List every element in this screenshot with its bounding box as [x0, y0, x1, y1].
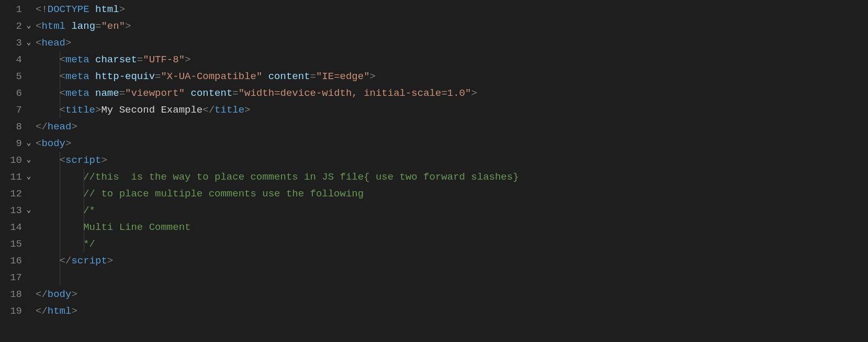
- code-token: head: [41, 37, 65, 49]
- fold-toggle[interactable]: ⌄: [22, 202, 36, 219]
- code-token: lang: [71, 20, 95, 32]
- code-token: [89, 54, 95, 65]
- code-token: </: [60, 255, 72, 267]
- line-number: 2: [0, 18, 22, 35]
- chevron-down-icon[interactable]: ⌄: [26, 202, 31, 219]
- code-token: =: [155, 71, 161, 82]
- line-number: 8: [0, 118, 22, 135]
- code-token: [65, 20, 71, 32]
- fold-toggle[interactable]: ⌄: [22, 35, 36, 51]
- code-token: html: [41, 20, 65, 32]
- code-line[interactable]: </html>: [36, 303, 868, 319]
- code-line[interactable]: </script>: [36, 252, 868, 269]
- code-line[interactable]: <script>: [36, 152, 868, 169]
- fold-toggle: [22, 102, 36, 118]
- code-line[interactable]: <html lang="en">: [36, 18, 868, 35]
- code-line[interactable]: <meta name="viewport" content="width=dev…: [36, 85, 868, 102]
- code-token: =: [95, 20, 101, 32]
- code-token: My Second Example: [101, 104, 202, 116]
- code-line[interactable]: //this is the way to place comments in J…: [36, 169, 868, 185]
- code-line[interactable]: // to place multiple comments use the fo…: [36, 185, 868, 202]
- code-token: >: [471, 87, 477, 99]
- code-token: "viewport": [125, 87, 185, 99]
- code-token: >: [65, 37, 71, 49]
- line-number: 9: [0, 135, 22, 152]
- code-token: "en": [101, 20, 125, 32]
- code-token: </: [36, 289, 48, 300]
- line-number: 7: [0, 102, 22, 118]
- fold-toggle: [22, 303, 36, 319]
- code-token: "UTF-8": [143, 54, 185, 65]
- fold-toggle[interactable]: ⌄: [22, 152, 36, 169]
- code-token: title: [215, 104, 244, 116]
- code-token: head: [48, 121, 72, 133]
- code-token: >: [71, 305, 77, 317]
- line-number: 19: [0, 303, 22, 319]
- code-line[interactable]: <title>My Second Example</title>: [36, 102, 868, 118]
- code-token: /*: [83, 205, 95, 216]
- code-token: <!: [36, 4, 48, 15]
- chevron-down-icon[interactable]: ⌄: [26, 18, 31, 35]
- line-number: 3: [0, 35, 22, 51]
- line-number: 15: [0, 236, 22, 252]
- code-token: [89, 87, 95, 99]
- code-token: <: [36, 20, 41, 32]
- code-line[interactable]: </head>: [36, 118, 868, 135]
- code-line[interactable]: <meta charset="UTF-8">: [36, 51, 868, 68]
- code-token: "IE=edge": [316, 71, 370, 82]
- fold-toggle: [22, 68, 36, 85]
- code-token: title: [65, 104, 95, 116]
- code-token: html: [48, 305, 72, 317]
- code-line[interactable]: </body>: [36, 286, 868, 303]
- code-token: </: [36, 121, 48, 133]
- code-token: Multi Line Comment: [83, 222, 190, 233]
- code-token: >: [244, 104, 250, 116]
- code-token: DOCTYPE: [48, 4, 89, 15]
- indent-guide: [60, 269, 60, 286]
- code-token: <: [60, 54, 65, 65]
- line-number: 11: [0, 169, 22, 185]
- fold-toggle[interactable]: ⌄: [22, 135, 36, 152]
- code-token: <: [60, 155, 65, 166]
- code-line[interactable]: /*: [36, 202, 868, 219]
- code-token: <: [36, 138, 41, 149]
- line-number: 1: [0, 1, 22, 18]
- code-token: name: [95, 87, 119, 99]
- fold-toggle: [22, 236, 36, 252]
- code-line[interactable]: <meta http-equiv="X-UA-Compatible" conte…: [36, 68, 868, 85]
- code-editor[interactable]: 12⌄3⌄456789⌄10⌄11⌄1213⌄141516171819 <!DO…: [0, 0, 868, 342]
- line-number: 12: [0, 185, 22, 202]
- fold-toggle[interactable]: ⌄: [22, 18, 36, 35]
- chevron-down-icon[interactable]: ⌄: [26, 135, 31, 152]
- code-token: // to place multiple comments use the fo…: [83, 188, 364, 200]
- fold-toggle: [22, 269, 36, 286]
- code-token: [185, 87, 190, 99]
- code-token: >: [65, 138, 71, 149]
- chevron-down-icon[interactable]: ⌄: [26, 35, 31, 51]
- code-token: >: [95, 104, 101, 116]
- chevron-down-icon[interactable]: ⌄: [26, 152, 31, 169]
- code-line[interactable]: <head>: [36, 35, 868, 51]
- code-line[interactable]: Multi Line Comment: [36, 219, 868, 236]
- code-line[interactable]: [36, 269, 868, 286]
- fold-toggle[interactable]: ⌄: [22, 169, 36, 185]
- code-token: content: [190, 87, 232, 99]
- chevron-down-icon[interactable]: ⌄: [26, 169, 31, 185]
- line-number: 6: [0, 85, 22, 102]
- code-line[interactable]: */: [36, 236, 868, 252]
- code-token: content: [268, 71, 310, 82]
- code-line[interactable]: <body>: [36, 135, 868, 152]
- line-number: 4: [0, 51, 22, 68]
- code-token: [262, 71, 268, 82]
- fold-toggle: [22, 185, 36, 202]
- code-area[interactable]: <!DOCTYPE html><html lang="en"><head> <m…: [36, 0, 868, 342]
- code-token: http-equiv: [95, 71, 155, 82]
- code-token: =: [119, 87, 125, 99]
- code-token: <: [36, 37, 41, 49]
- code-token: >: [101, 155, 107, 166]
- code-line[interactable]: <!DOCTYPE html>: [36, 1, 868, 18]
- code-token: >: [185, 54, 190, 65]
- code-token: html: [95, 4, 119, 15]
- code-token: >: [71, 121, 77, 133]
- code-token: >: [125, 20, 131, 32]
